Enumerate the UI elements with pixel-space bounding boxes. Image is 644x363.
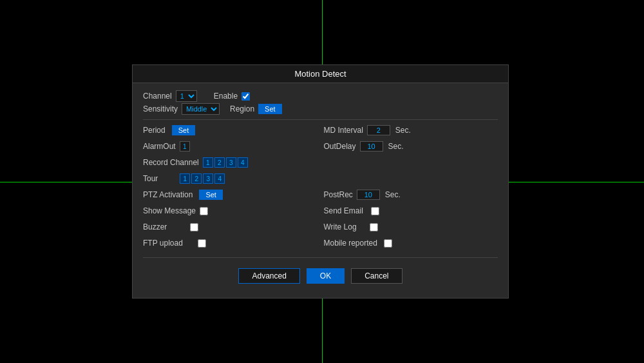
- buzzer-checkbox[interactable]: [190, 223, 198, 231]
- postrec-input[interactable]: [357, 190, 380, 200]
- tour-ch-4[interactable]: 4: [214, 173, 225, 184]
- record-ch-3[interactable]: 3: [226, 157, 236, 168]
- outdelay-input[interactable]: [360, 141, 383, 152]
- md-interval-label: MD Interval: [324, 126, 363, 135]
- left-column: Period Set AlarmOut 1 Record Channel 1 2: [143, 124, 317, 250]
- tour-row: Tour 1 2 3 4: [143, 172, 317, 185]
- main-content: Period Set AlarmOut 1 Record Channel 1 2: [143, 124, 498, 250]
- period-set-button[interactable]: Set: [172, 125, 196, 135]
- buzzer-label: Buzzer: [143, 222, 167, 231]
- tour-label: Tour: [143, 174, 158, 183]
- record-ch-1[interactable]: 1: [203, 157, 213, 168]
- ptz-row: PTZ Activation Set: [143, 188, 317, 201]
- cancel-button[interactable]: Cancel: [351, 268, 402, 284]
- send-email-checkbox[interactable]: [371, 207, 379, 215]
- dialog-title: Motion Detect: [133, 65, 508, 83]
- show-message-row: Show Message: [143, 204, 317, 217]
- advanced-button[interactable]: Advanced: [238, 268, 299, 284]
- channel-row: Channel 1 Enable: [143, 90, 498, 103]
- divider1: [143, 119, 498, 120]
- record-channel-label: Record Channel: [143, 158, 199, 167]
- tour-ch-3[interactable]: 3: [203, 173, 213, 184]
- outdelay-row: OutDelay Sec.: [324, 140, 498, 153]
- ftp-checkbox[interactable]: [198, 239, 206, 248]
- sensitivity-label: Sensitivity: [143, 104, 178, 113]
- channel-select[interactable]: 1: [176, 90, 197, 102]
- write-log-row: Write Log: [324, 221, 498, 233]
- right-column: MD Interval Sec. OutDelay Sec. PostRec: [317, 124, 498, 250]
- enable-checkbox[interactable]: [242, 92, 250, 101]
- md-interval-input[interactable]: [367, 125, 390, 135]
- period-row: Period Set: [143, 124, 317, 137]
- sec1-label: Sec.: [395, 126, 411, 135]
- mobile-checkbox[interactable]: [384, 239, 392, 248]
- write-log-checkbox[interactable]: [370, 223, 378, 231]
- buzzer-row: Buzzer: [143, 221, 317, 233]
- md-interval-row: MD Interval Sec.: [324, 124, 498, 137]
- tour-ch-2[interactable]: 2: [191, 173, 202, 184]
- postrec-label: PostRec: [324, 190, 353, 199]
- alarmout-label: AlarmOut: [143, 142, 176, 151]
- tour-boxes: 1 2 3 4: [180, 173, 225, 184]
- show-message-label: Show Message: [143, 206, 196, 215]
- postrec-row: PostRec Sec.: [324, 188, 498, 201]
- outdelay-label: OutDelay: [324, 142, 356, 151]
- mobile-row: Mobile reported: [324, 237, 498, 250]
- alarmout-row: AlarmOut 1: [143, 140, 317, 153]
- ptz-label: PTZ Activation: [143, 190, 193, 199]
- spacer1: [324, 156, 498, 169]
- sensitivity-row: Sensitivity Middle Low High Region Set: [143, 103, 498, 115]
- dialog-body: Channel 1 Enable Sensitivity Middle Low …: [133, 83, 508, 298]
- send-email-row: Send Email: [324, 204, 498, 217]
- ok-button[interactable]: OK: [307, 268, 345, 284]
- dialog-footer: Advanced OK Cancel: [143, 257, 498, 291]
- mobile-label: Mobile reported: [324, 239, 377, 248]
- show-message-checkbox[interactable]: [200, 207, 208, 215]
- channel-label: Channel: [143, 92, 172, 101]
- sensitivity-select[interactable]: Middle Low High: [182, 103, 220, 115]
- record-channel-boxes: 1 2 3 4: [203, 157, 248, 168]
- record-channel-row: Record Channel 1 2 3 4: [143, 156, 317, 169]
- sec3-label: Sec.: [385, 190, 401, 199]
- alarmout-box[interactable]: 1: [180, 141, 190, 152]
- region-set-button[interactable]: Set: [258, 104, 282, 114]
- motion-detect-dialog: Motion Detect Channel 1 Enable Sensitivi…: [132, 64, 509, 299]
- record-ch-2[interactable]: 2: [214, 157, 225, 168]
- tour-ch-1[interactable]: 1: [180, 173, 190, 184]
- ptz-set-button[interactable]: Set: [199, 190, 223, 200]
- send-email-label: Send Email: [324, 206, 363, 215]
- period-label: Period: [143, 126, 166, 135]
- enable-label: Enable: [214, 92, 238, 101]
- region-label: Region: [230, 104, 254, 113]
- ftp-label: FTP upload: [143, 239, 183, 248]
- write-log-label: Write Log: [324, 222, 357, 231]
- record-ch-4[interactable]: 4: [238, 157, 248, 168]
- sec2-label: Sec.: [388, 142, 404, 151]
- ftp-row: FTP upload: [143, 237, 317, 250]
- spacer2: [324, 172, 498, 185]
